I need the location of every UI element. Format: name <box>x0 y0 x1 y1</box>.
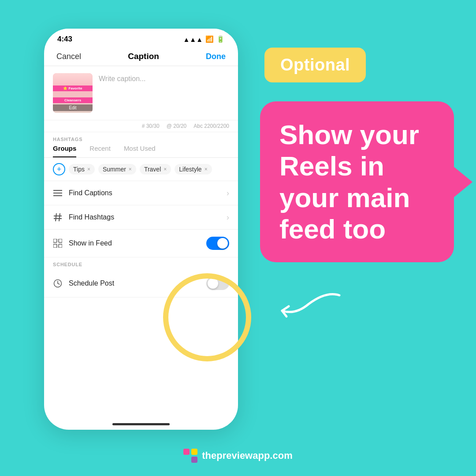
footer: thepreviewapp.com <box>0 449 476 463</box>
schedule-label: SCHEDULE <box>44 257 238 270</box>
thumbnail-edit-label[interactable]: Edit <box>53 104 93 111</box>
optional-badge: Optional <box>264 48 366 82</box>
hash-icon <box>53 212 63 222</box>
toggle-knob-off <box>208 278 218 289</box>
done-button[interactable]: Done <box>206 52 226 61</box>
tab-groups[interactable]: Groups <box>53 145 76 157</box>
status-bar: 4:43 ▲▲▲ 📶 🔋 <box>57 35 225 44</box>
tab-most-used[interactable]: Most Used <box>124 145 156 157</box>
tag-chip-travel[interactable]: Travel × <box>140 164 171 175</box>
chevron-right-icon: › <box>227 189 229 198</box>
signal-icon: ▲▲▲ <box>183 36 203 43</box>
grid-icon <box>53 238 63 248</box>
svg-rect-7 <box>53 239 57 242</box>
mention-count: @ 20/20 <box>167 123 187 129</box>
phone-mockup: 4:43 ▲▲▲ 📶 🔋 Cancel Caption Done ⭐ Favor… <box>44 29 238 430</box>
svg-rect-16 <box>183 457 190 463</box>
remove-tag-tips[interactable]: × <box>87 166 90 172</box>
preview-logo-icon <box>183 449 197 463</box>
show-in-feed-item[interactable]: Show in Feed <box>44 230 238 257</box>
tab-recent[interactable]: Recent <box>89 145 111 157</box>
remove-tag-lifestyle[interactable]: × <box>205 166 208 172</box>
hashtags-label: HASHTAGS <box>44 132 238 145</box>
wifi-icon: 📶 <box>205 35 214 43</box>
remove-tag-summer[interactable]: × <box>129 166 132 172</box>
thumbnail-label-cleansers: Cleansers <box>53 97 93 103</box>
remove-tag-travel[interactable]: × <box>164 166 167 172</box>
tag-label: Summer <box>103 166 126 173</box>
thumbnail-label-fav: ⭐ Favorite <box>53 86 93 91</box>
show-in-feed-toggle[interactable] <box>206 237 229 250</box>
schedule-post-label: Schedule Post <box>69 279 200 287</box>
svg-rect-10 <box>59 244 62 248</box>
lines-icon <box>53 188 63 198</box>
svg-rect-9 <box>53 244 57 248</box>
nav-title: Caption <box>128 52 159 61</box>
svg-line-13 <box>58 283 60 284</box>
caption-input[interactable]: Write caption... <box>99 73 229 113</box>
phone-top: 4:43 ▲▲▲ 📶 🔋 <box>44 29 238 47</box>
chevron-right-icon: › <box>227 213 229 222</box>
svg-rect-17 <box>191 457 197 463</box>
hashtag-tabs: Groups Recent Most Used <box>44 145 238 158</box>
stats-row: # 30/30 @ 20/20 Abc 2200/2200 <box>44 120 238 132</box>
svg-rect-15 <box>191 449 197 455</box>
footer-url: thepreviewapp.com <box>202 450 292 461</box>
svg-line-3 <box>56 213 56 221</box>
battery-icon: 🔋 <box>216 35 225 43</box>
clock-icon <box>53 279 63 288</box>
tag-label: Tips <box>73 166 85 173</box>
show-in-feed-label: Show in Feed <box>69 239 200 247</box>
nav-bar: Cancel Caption Done <box>44 47 238 66</box>
caption-section: ⭐ Favorite Cleansers Edit Write caption.… <box>44 66 238 120</box>
tags-row: + Tips × Summer × Travel × Lifestyle × <box>44 158 238 181</box>
char-count: Abc 2200/2200 <box>193 123 229 129</box>
time-display: 4:43 <box>57 35 72 44</box>
post-thumbnail[interactable]: ⭐ Favorite Cleansers Edit <box>53 73 93 113</box>
speech-bubble: Show your Reels in your main feed too <box>260 101 454 262</box>
cancel-button[interactable]: Cancel <box>56 52 81 61</box>
find-captions-label: Find Captions <box>69 189 220 197</box>
arrow-icon <box>273 286 344 322</box>
home-indicator <box>112 423 170 425</box>
schedule-post-item[interactable]: Schedule Post <box>44 270 238 298</box>
toggle-knob <box>217 238 228 249</box>
svg-rect-8 <box>59 239 62 242</box>
tag-chip-lifestyle[interactable]: Lifestyle × <box>175 164 212 175</box>
tag-label: Travel <box>144 166 161 173</box>
find-hashtags-label: Find Hashtags <box>69 213 220 221</box>
tag-chip-tips[interactable]: Tips × <box>69 164 95 175</box>
find-captions-item[interactable]: Find Captions › <box>44 181 238 205</box>
add-tag-button[interactable]: + <box>53 163 65 175</box>
status-icons: ▲▲▲ 📶 🔋 <box>183 35 225 43</box>
schedule-post-toggle[interactable] <box>206 277 229 290</box>
tag-label: Lifestyle <box>179 166 201 173</box>
tag-chip-summer[interactable]: Summer × <box>98 164 136 175</box>
svg-line-4 <box>59 213 60 221</box>
svg-rect-14 <box>183 449 190 455</box>
hashtag-count: # 30/30 <box>142 123 160 129</box>
find-hashtags-item[interactable]: Find Hashtags › <box>44 205 238 230</box>
